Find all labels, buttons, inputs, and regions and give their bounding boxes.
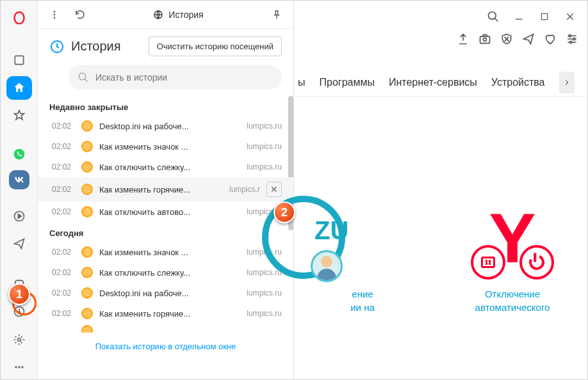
- yandex-logo-icon: Y: [489, 197, 535, 278]
- history-item[interactable]: [38, 324, 293, 333]
- favicon-icon: [81, 267, 93, 278]
- window-controls: [480, 3, 584, 30]
- minimize-icon[interactable]: [510, 8, 527, 25]
- film-icon: [471, 245, 505, 280]
- svg-point-19: [569, 35, 571, 36]
- history-item[interactable]: 02:02Как отключить слежку...lumpics.ru: [38, 157, 293, 177]
- address-bar-icons: [457, 33, 578, 45]
- annotation-badge: 2: [274, 202, 295, 223]
- favicon-icon: [81, 287, 93, 299]
- section-title: Недавно закрытые: [38, 96, 293, 116]
- svg-point-8: [21, 367, 23, 368]
- panel-pin-icon[interactable]: [268, 6, 286, 24]
- sidebar-bookmarks-icon[interactable]: [6, 104, 32, 127]
- favicon-icon: [81, 161, 93, 173]
- zu-text: ZU: [314, 216, 348, 245]
- history-item[interactable]: 02:02Как изменить значок ...lumpics.ru: [38, 136, 293, 157]
- panel-tab-title: История: [97, 10, 260, 20]
- send-icon[interactable]: [522, 33, 535, 45]
- svg-point-9: [54, 11, 56, 13]
- sidebar-tabs-icon[interactable]: [6, 48, 32, 72]
- nav-scroll-right-icon[interactable]: [559, 72, 575, 93]
- article-card[interactable]: ZU ениеии на: [300, 193, 425, 314]
- svg-rect-1: [15, 56, 23, 64]
- sidebar-more-icon[interactable]: [6, 356, 32, 379]
- shield-icon[interactable]: [500, 33, 513, 45]
- sidebar-speed-dial-icon[interactable]: [6, 76, 32, 100]
- svg-rect-17: [480, 36, 490, 44]
- whatsapp-icon[interactable]: [6, 143, 32, 166]
- svg-point-2: [13, 149, 24, 160]
- history-item[interactable]: 02:02Как изменить значок ...lumpics.ru: [38, 242, 293, 262]
- maximize-icon[interactable]: [536, 8, 553, 25]
- sidebar-settings-icon[interactable]: [6, 328, 32, 351]
- search-icon: [78, 72, 89, 83]
- avatar-icon: [311, 250, 343, 282]
- nav-item[interactable]: Программы: [320, 77, 375, 88]
- favicon-icon: [81, 206, 93, 218]
- show-full-history-link[interactable]: Показать историю в отдельном окне: [38, 333, 293, 360]
- favicon-icon: [81, 308, 93, 319]
- card-label: ениеии на: [300, 287, 425, 314]
- favicon-icon: [81, 120, 93, 132]
- article-card[interactable]: Y Отключениеавтоматического: [450, 193, 575, 314]
- svg-point-14: [79, 73, 86, 80]
- svg-point-18: [484, 38, 487, 41]
- svg-point-20: [573, 38, 575, 40]
- nav-item[interactable]: ы: [298, 77, 306, 88]
- opera-logo-icon[interactable]: [6, 6, 32, 29]
- vk-icon[interactable]: [9, 170, 29, 189]
- svg-rect-16: [541, 13, 547, 19]
- svg-point-15: [489, 12, 496, 20]
- svg-point-6: [15, 367, 17, 368]
- sidebar: [1, 1, 38, 379]
- svg-point-21: [570, 41, 572, 43]
- history-panel: История История Очистить историю посещен…: [38, 1, 294, 379]
- svg-point-7: [18, 367, 20, 368]
- main-content: ы Программы Интернет-сервисы Устройства …: [294, 1, 587, 379]
- panel-toolbar: История: [38, 1, 293, 29]
- favicon-icon: [81, 141, 93, 152]
- history-item[interactable]: 02:02Как изменить горячие...lumpics.ru: [38, 303, 293, 324]
- svg-point-0: [14, 12, 24, 24]
- history-item[interactable]: 02:02Как отключить слежку...lumpics.ru: [38, 262, 293, 283]
- history-item[interactable]: 02:02Desktop.ini на рабоче...lumpics.ru: [38, 283, 293, 303]
- heart-icon[interactable]: [544, 33, 557, 45]
- history-list: Недавно закрытые 02:02Desktop.ini на раб…: [38, 96, 293, 379]
- clear-history-button[interactable]: Очистить историю посещений: [149, 36, 282, 56]
- history-item[interactable]: 02:02Как изменить горячие...lumpics.r✕: [38, 177, 293, 202]
- panel-reload-icon[interactable]: [71, 6, 89, 24]
- svg-point-5: [17, 338, 20, 341]
- screenshot-icon[interactable]: [478, 33, 491, 45]
- panel-menu-icon[interactable]: [45, 6, 63, 24]
- card-label: Отключениеавтоматического: [450, 287, 575, 314]
- svg-point-11: [54, 17, 56, 19]
- section-title: Сегодня: [38, 222, 293, 242]
- nav-item[interactable]: Интернет-сервисы: [389, 77, 477, 88]
- sidebar-player-icon[interactable]: [6, 204, 32, 228]
- favicon-icon: [81, 246, 93, 258]
- history-item[interactable]: 02:02Desktop.ini на рабоче...lumpics.ru: [38, 116, 293, 136]
- svg-point-10: [54, 13, 56, 15]
- sidebar-send-icon[interactable]: [6, 232, 32, 256]
- easy-setup-icon[interactable]: [566, 33, 578, 45]
- globe-icon: [153, 10, 163, 20]
- site-nav: ы Программы Интернет-сервисы Устройства: [294, 68, 587, 97]
- nav-item[interactable]: Устройства: [491, 77, 545, 88]
- power-icon: [519, 245, 554, 280]
- history-item[interactable]: 02:02Как отключить автово...lumpics.ru: [38, 202, 293, 222]
- search-page-icon[interactable]: [485, 8, 502, 25]
- favicon-icon: [81, 184, 93, 195]
- history-header-icon: [49, 39, 65, 54]
- history-search-box[interactable]: [69, 65, 282, 90]
- delete-item-icon[interactable]: ✕: [266, 182, 282, 197]
- panel-header-title: История: [71, 39, 121, 54]
- favicon-icon: [81, 325, 93, 333]
- close-window-icon[interactable]: [562, 8, 578, 25]
- annotation-badge: 1: [8, 283, 30, 305]
- history-search-input[interactable]: [95, 72, 273, 83]
- share-icon[interactable]: [457, 33, 470, 45]
- panel-header: История Очистить историю посещений: [38, 29, 293, 61]
